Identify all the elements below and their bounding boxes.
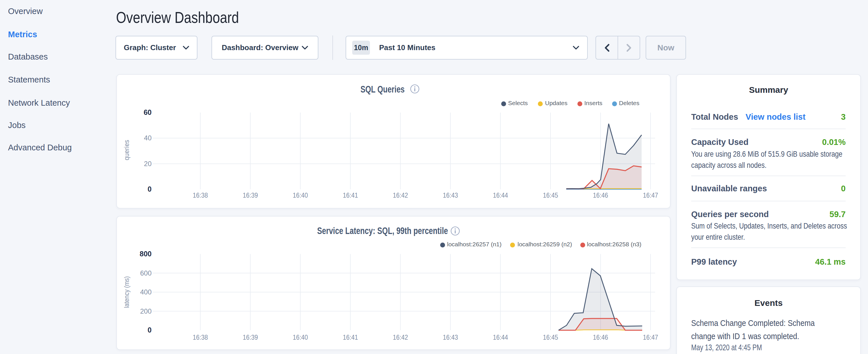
svg-text:16:40: 16:40 — [293, 333, 308, 341]
svg-text:600: 600 — [140, 269, 152, 277]
svg-text:16:38: 16:38 — [193, 191, 208, 199]
svg-text:200: 200 — [140, 307, 152, 315]
svg-text:16:44: 16:44 — [493, 333, 508, 341]
svg-text:16:39: 16:39 — [243, 191, 258, 199]
svg-text:16:47: 16:47 — [643, 191, 658, 199]
svg-text:16:46: 16:46 — [593, 333, 608, 341]
svg-text:16:41: 16:41 — [343, 333, 358, 341]
svg-text:16:42: 16:42 — [393, 191, 408, 199]
svg-text:16:43: 16:43 — [443, 191, 458, 199]
svg-text:0: 0 — [148, 185, 152, 193]
svg-text:16:45: 16:45 — [543, 333, 558, 341]
svg-text:16:38: 16:38 — [193, 333, 208, 341]
svg-text:queries: queries — [123, 140, 130, 160]
svg-text:16:45: 16:45 — [543, 191, 558, 199]
svg-text:20: 20 — [144, 160, 152, 167]
svg-text:40: 40 — [144, 134, 152, 142]
svg-text:16:44: 16:44 — [493, 191, 508, 199]
svg-text:0: 0 — [148, 326, 152, 334]
svg-text:16:46: 16:46 — [593, 191, 608, 199]
svg-text:16:42: 16:42 — [393, 333, 408, 341]
svg-text:60: 60 — [144, 108, 152, 116]
svg-text:800: 800 — [140, 250, 152, 258]
svg-text:16:39: 16:39 — [243, 333, 258, 341]
svg-text:latency (ms): latency (ms) — [123, 277, 130, 308]
svg-text:16:40: 16:40 — [293, 191, 308, 199]
svg-text:16:47: 16:47 — [643, 333, 658, 341]
svg-text:16:43: 16:43 — [443, 333, 458, 341]
svg-text:400: 400 — [140, 288, 152, 296]
svg-text:16:41: 16:41 — [343, 191, 358, 199]
